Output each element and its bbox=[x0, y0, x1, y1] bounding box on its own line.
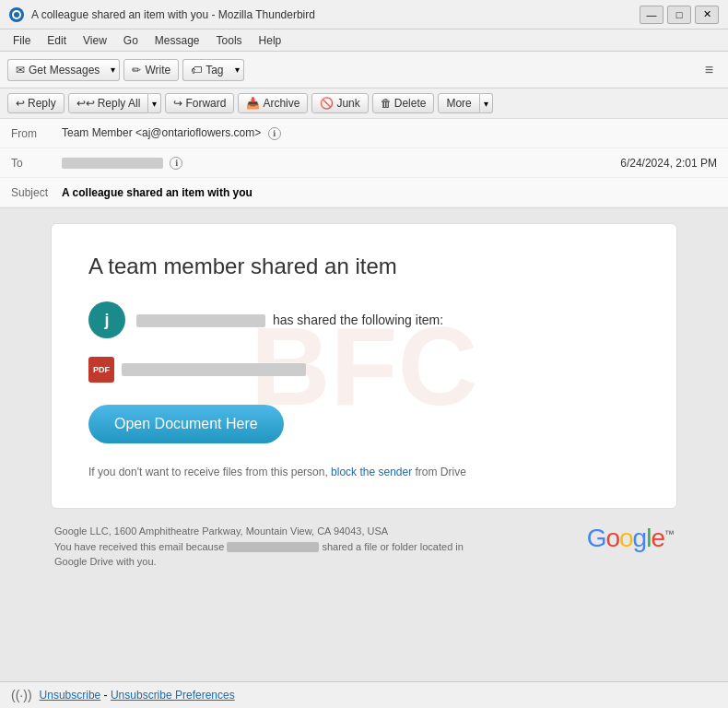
forward-btn[interactable]: ↪ Forward bbox=[165, 93, 234, 113]
get-messages-dropdown-btn[interactable]: ▾ bbox=[107, 59, 120, 81]
block-sender-link[interactable]: block the sender bbox=[331, 466, 412, 478]
pencil-icon: ✏ bbox=[132, 64, 141, 77]
shared-text: has shared the following item: bbox=[273, 313, 443, 327]
hamburger-menu-btn[interactable]: ≡ bbox=[698, 58, 721, 82]
close-btn[interactable]: ✕ bbox=[695, 6, 719, 24]
sender-row: j has shared the following item: bbox=[88, 301, 640, 338]
menu-help[interactable]: Help bbox=[252, 32, 289, 49]
unsubscribe-link[interactable]: Unsubscribe bbox=[40, 689, 101, 702]
junk-icon: 🚫 bbox=[320, 97, 334, 110]
more-btn[interactable]: More bbox=[438, 93, 479, 113]
google-notice: You have received this email because sha… bbox=[54, 539, 478, 570]
toolbar: ✉ Get Messages ▾ ✏ Write 🏷 Tag ▾ ≡ bbox=[0, 52, 728, 88]
archive-icon: 📥 bbox=[246, 97, 260, 110]
from-row: From Team Member <aj@ontarioflowers.com>… bbox=[0, 119, 728, 148]
reply-all-btn[interactable]: ↩↩ Reply All bbox=[68, 93, 149, 113]
bottom-bar: ((·)) Unsubscribe - Unsubscribe Preferen… bbox=[0, 681, 728, 708]
link-separator: - bbox=[104, 689, 111, 702]
menu-view[interactable]: View bbox=[76, 32, 114, 49]
subject-row: Subject A colleague shared an item with … bbox=[0, 178, 728, 207]
to-contact-icon[interactable]: ℹ bbox=[170, 157, 182, 170]
unsubscribe-links: Unsubscribe - Unsubscribe Preferences bbox=[40, 689, 235, 702]
to-value: ℹ bbox=[62, 156, 620, 170]
menu-tools[interactable]: Tools bbox=[209, 32, 250, 49]
signal-strength-icon: ((·)) bbox=[11, 688, 32, 702]
tag-btn[interactable]: 🏷 Tag bbox=[182, 59, 230, 81]
junk-btn[interactable]: 🚫 Junk bbox=[311, 93, 368, 113]
title-bar-left: A colleague shared an item with you - Mo… bbox=[9, 7, 315, 22]
contact-info-icon[interactable]: ℹ bbox=[268, 127, 281, 140]
reply-all-group: ↩↩ Reply All ▾ bbox=[68, 93, 162, 113]
google-logo: Google™ bbox=[587, 524, 674, 553]
menu-edit[interactable]: Edit bbox=[40, 32, 74, 49]
sender-email-blurred bbox=[136, 314, 265, 327]
email-date: 6/24/2024, 2:01 PM bbox=[620, 157, 717, 170]
forward-icon: ↪ bbox=[173, 97, 182, 110]
menu-bar: File Edit View Go Message Tools Help bbox=[0, 30, 728, 52]
to-label: To bbox=[11, 157, 62, 170]
open-document-btn[interactable]: Open Document Here bbox=[88, 405, 284, 443]
title-bar-controls: — □ ✕ bbox=[640, 6, 719, 24]
tag-icon: 🏷 bbox=[191, 64, 202, 77]
file-row: PDF bbox=[88, 357, 640, 383]
reply-all-icon: ↩↩ bbox=[76, 97, 95, 110]
envelope-icon: ✉ bbox=[16, 64, 25, 77]
reply-icon: ↩ bbox=[16, 97, 25, 110]
window-title: A colleague shared an item with you - Mo… bbox=[31, 8, 315, 21]
get-messages-group: ✉ Get Messages ▾ bbox=[7, 59, 120, 81]
title-bar: A colleague shared an item with you - Mo… bbox=[0, 0, 728, 30]
below-card: Google LLC, 1600 Amphitheatre Parkway, M… bbox=[51, 524, 677, 570]
google-address: Google LLC, 1600 Amphitheatre Parkway, M… bbox=[54, 524, 478, 539]
subject-value: A colleague shared an item with you bbox=[62, 186, 252, 199]
tag-group: 🏷 Tag ▾ bbox=[182, 59, 243, 81]
maximize-btn[interactable]: □ bbox=[667, 6, 691, 24]
menu-file[interactable]: File bbox=[6, 32, 38, 49]
sender-avatar: j bbox=[88, 301, 125, 338]
pdf-icon: PDF bbox=[88, 357, 114, 383]
delete-icon: 🗑 bbox=[381, 97, 392, 110]
from-value: Team Member <aj@ontarioflowers.com> ℹ bbox=[62, 126, 717, 140]
archive-btn[interactable]: 📥 Archive bbox=[238, 93, 308, 113]
subject-label: Subject bbox=[11, 186, 62, 199]
more-dropdown-btn[interactable]: ▾ bbox=[480, 93, 493, 113]
menu-go[interactable]: Go bbox=[116, 32, 146, 49]
file-name-blurred bbox=[122, 363, 306, 376]
minimize-btn[interactable]: — bbox=[640, 6, 663, 24]
delete-btn[interactable]: 🗑 Delete bbox=[372, 93, 435, 113]
thunderbird-icon bbox=[9, 7, 24, 22]
recipient-blurred bbox=[227, 542, 319, 552]
email-actions-bar: ↩ Reply ↩↩ Reply All ▾ ↪ Forward 📥 Archi… bbox=[0, 88, 728, 119]
menu-message[interactable]: Message bbox=[147, 32, 207, 49]
card-title: A team member shared an item bbox=[88, 254, 640, 279]
google-footer-text: Google LLC, 1600 Amphitheatre Parkway, M… bbox=[54, 524, 478, 570]
unsubscribe-prefs-link[interactable]: Unsubscribe Preferences bbox=[111, 689, 235, 702]
write-btn[interactable]: ✏ Write bbox=[123, 59, 179, 81]
reply-btn[interactable]: ↩ Reply bbox=[7, 93, 65, 113]
main-content: BFC A team member shared an item j has s… bbox=[0, 208, 728, 681]
to-address-blurred bbox=[62, 158, 163, 169]
google-footer: Google LLC, 1600 Amphitheatre Parkway, M… bbox=[54, 524, 674, 570]
email-card: BFC A team member shared an item j has s… bbox=[51, 223, 677, 509]
email-card-content: A team member shared an item j has share… bbox=[88, 254, 640, 478]
more-group: More ▾ bbox=[438, 93, 492, 113]
email-header: From Team Member <aj@ontarioflowers.com>… bbox=[0, 119, 728, 208]
to-row: To ℹ 6/24/2024, 2:01 PM bbox=[0, 148, 728, 178]
sender-info: has shared the following item: bbox=[136, 313, 443, 327]
footer-note: If you don't want to receive files from … bbox=[88, 466, 640, 478]
reply-all-dropdown-btn[interactable]: ▾ bbox=[148, 93, 161, 113]
svg-point-1 bbox=[14, 12, 19, 18]
from-label: From bbox=[11, 127, 62, 140]
tag-dropdown-btn[interactable]: ▾ bbox=[231, 59, 244, 81]
get-messages-btn[interactable]: ✉ Get Messages bbox=[7, 59, 107, 81]
